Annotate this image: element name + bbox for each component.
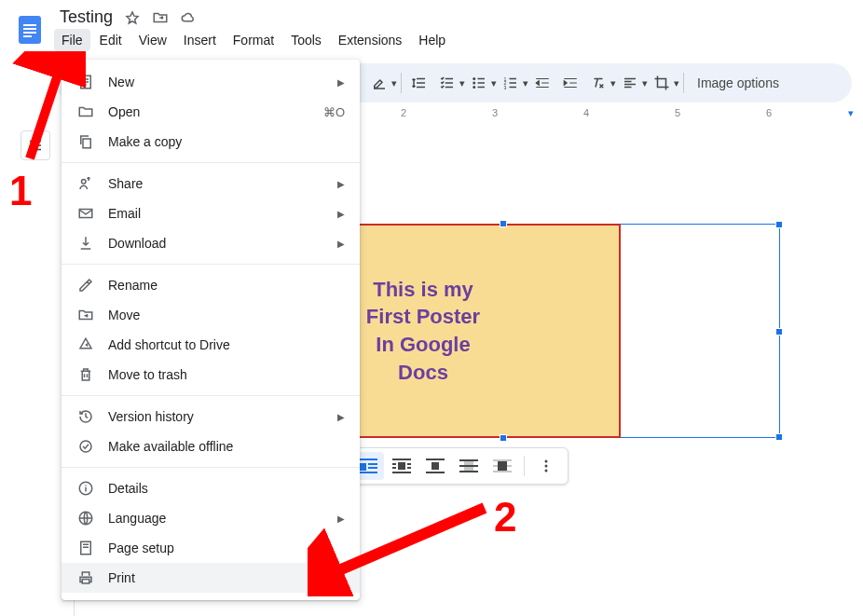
checklist-button[interactable]: [433, 69, 461, 97]
menu-item-add-shortcut[interactable]: Add shortcut to Drive: [62, 330, 360, 360]
svg-point-35: [545, 460, 548, 463]
menu-file[interactable]: File: [54, 29, 90, 51]
menu-item-label: Move to trash: [108, 367, 187, 382]
crop-handle-n[interactable]: [500, 220, 507, 227]
menu-item-share[interactable]: Share ▶: [62, 169, 360, 198]
clear-formatting-button[interactable]: [584, 69, 612, 97]
svg-point-40: [82, 180, 87, 185]
annotation-number-1: 1: [9, 168, 32, 214]
bullet-list-button[interactable]: [465, 69, 493, 97]
behind-text-button[interactable]: [453, 452, 485, 480]
menu-item-rename[interactable]: Rename: [62, 270, 360, 300]
svg-rect-21: [392, 467, 396, 469]
svg-rect-26: [426, 472, 445, 473]
menu-item-label: Page setup: [108, 541, 174, 555]
align-button[interactable]: [616, 69, 644, 97]
email-icon: [76, 204, 95, 223]
submenu-arrow-icon: ▶: [337, 412, 345, 422]
menu-format[interactable]: Format: [226, 29, 281, 51]
submenu-arrow-icon: ▶: [337, 77, 345, 88]
globe-icon: [76, 509, 95, 527]
more-options-button[interactable]: [530, 452, 562, 480]
svg-rect-31: [493, 459, 512, 461]
star-icon[interactable]: [124, 9, 141, 26]
ruler-end-marker[interactable]: ▾: [848, 107, 854, 119]
annotation-arrow-2: [308, 494, 494, 596]
resize-handle-e[interactable]: [775, 328, 783, 335]
menu-item-email[interactable]: Email ▶: [62, 198, 360, 228]
menu-help[interactable]: Help: [411, 29, 453, 51]
menu-item-open[interactable]: Open ⌘O: [62, 97, 360, 127]
dropdown-icon[interactable]: ▾: [674, 77, 679, 89]
menu-item-offline[interactable]: Make available offline: [62, 431, 360, 461]
header: Testing File Edit View Insert Format Too…: [0, 0, 863, 60]
trash-icon: [76, 365, 95, 384]
separator: [401, 73, 402, 93]
border-color-button[interactable]: [365, 69, 393, 97]
line-spacing-button[interactable]: [405, 69, 433, 97]
docs-logo-icon: [13, 13, 47, 47]
move-folder-icon[interactable]: [152, 9, 169, 26]
menu-item-label: Share: [108, 176, 143, 191]
document-title[interactable]: Testing: [60, 7, 113, 27]
crop-button[interactable]: [648, 69, 676, 97]
increase-indent-button[interactable]: [556, 69, 584, 97]
menu-item-label: Make a copy: [108, 134, 182, 149]
svg-point-42: [80, 441, 91, 452]
svg-text:3: 3: [504, 85, 507, 90]
numbered-list-button[interactable]: 123: [497, 69, 525, 97]
dropdown-icon[interactable]: ▾: [391, 77, 397, 89]
menu-item-move[interactable]: Move: [62, 300, 360, 330]
move-icon: [76, 306, 95, 324]
history-icon: [76, 407, 95, 426]
svg-rect-19: [392, 463, 396, 465]
ruler-tick: 5: [675, 107, 680, 118]
break-text-button[interactable]: [419, 452, 451, 480]
image-options-button[interactable]: Image options: [688, 75, 788, 90]
cloud-status-icon[interactable]: [180, 9, 197, 26]
svg-rect-20: [407, 463, 411, 465]
separator: [524, 456, 525, 476]
svg-rect-17: [392, 459, 411, 460]
titlebar: Testing File Edit View Insert Format Too…: [52, 6, 453, 51]
ruler-tick: 2: [401, 107, 406, 118]
poster-line3: In Google: [376, 333, 470, 356]
menu-item-label: Rename: [108, 278, 158, 293]
svg-rect-23: [392, 472, 411, 473]
svg-rect-24: [426, 459, 445, 460]
separator: [683, 73, 684, 93]
menu-item-new[interactable]: New ▶: [62, 67, 360, 97]
svg-point-37: [545, 470, 548, 472]
ruler-tick: 3: [492, 107, 498, 118]
svg-rect-4: [23, 35, 32, 37]
menu-item-download[interactable]: Download ▶: [62, 228, 360, 258]
page-setup-icon: [76, 539, 95, 557]
menu-item-label: Add shortcut to Drive: [108, 337, 230, 352]
resize-handle-se[interactable]: [775, 433, 783, 441]
menu-insert[interactable]: Insert: [176, 29, 224, 51]
menu-item-trash[interactable]: Move to trash: [62, 360, 360, 390]
resize-handle-ne[interactable]: [775, 221, 783, 228]
menu-tools[interactable]: Tools: [283, 29, 329, 51]
docs-logo[interactable]: [11, 11, 48, 48]
menu-item-version-history[interactable]: Version history ▶: [62, 402, 360, 431]
svg-rect-34: [498, 461, 507, 471]
svg-rect-18: [398, 462, 405, 470]
svg-rect-15: [368, 467, 377, 469]
menu-edit[interactable]: Edit: [92, 29, 130, 51]
menu-extensions[interactable]: Extensions: [331, 29, 409, 51]
svg-point-7: [473, 82, 475, 85]
wrap-text-button[interactable]: [386, 452, 418, 480]
crop-handle-s[interactable]: [500, 434, 507, 442]
front-text-button[interactable]: [486, 452, 518, 480]
download-icon: [76, 234, 95, 253]
menu-separator: [62, 467, 360, 468]
keyboard-shortcut: ⌘O: [323, 105, 345, 119]
menu-item-label: Details: [108, 481, 148, 496]
menu-item-label: Language: [108, 511, 166, 526]
svg-rect-5: [374, 88, 385, 89]
decrease-indent-button[interactable]: [528, 69, 556, 97]
menu-item-make-copy[interactable]: Make a copy: [62, 127, 360, 157]
menu-item-label: Move: [108, 308, 140, 322]
menu-view[interactable]: View: [131, 29, 174, 51]
